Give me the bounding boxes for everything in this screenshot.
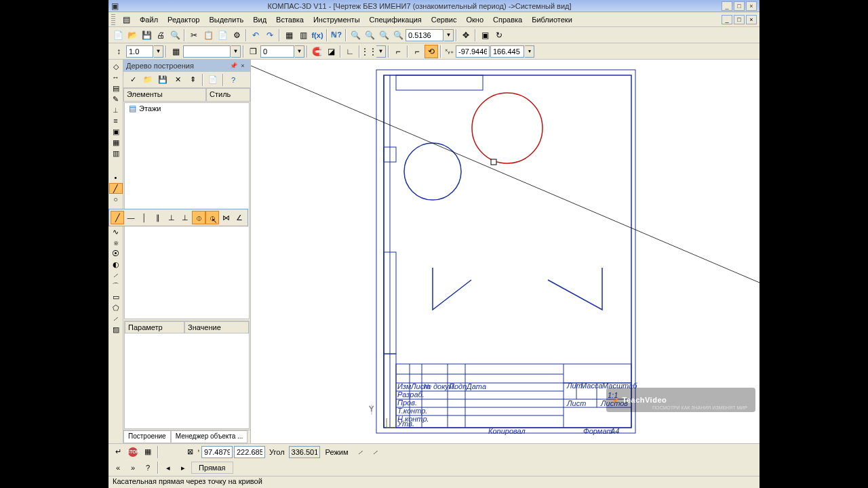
ortho2-icon[interactable]: ⌐ (410, 45, 424, 58)
pt-help-icon[interactable]: ? (226, 73, 240, 87)
snap-dropdown[interactable]: ▼ (376, 45, 386, 58)
angle-line-icon[interactable]: ∠ (233, 211, 246, 224)
bb-angle-input[interactable] (289, 446, 320, 458)
fillet-icon[interactable]: ⌒ (109, 281, 123, 291)
tab-build[interactable]: Построение (123, 430, 171, 443)
variables-icon[interactable]: ▥ (296, 28, 310, 42)
zoom-dropdown[interactable]: ▼ (444, 29, 454, 41)
zoom-out-icon[interactable]: 🔍 (377, 28, 391, 42)
measure-icon[interactable]: ≡ (109, 115, 123, 126)
point-icon[interactable]: • (109, 172, 123, 183)
scale-input[interactable] (126, 45, 153, 58)
tool-a-icon[interactable]: ⨳ (109, 237, 123, 248)
copy-icon[interactable]: 📋 (201, 28, 215, 42)
scale-dropdown[interactable]: ▼ (154, 45, 163, 58)
nav-first-icon[interactable]: « (111, 461, 125, 474)
zoom-fit-icon[interactable]: 🔍 (391, 28, 405, 42)
panel-close-icon[interactable]: × (238, 61, 248, 70)
state-icon[interactable]: ▦ (169, 45, 182, 58)
coord-y-input[interactable] (490, 45, 524, 58)
perp-icon[interactable]: ⊥ (165, 211, 178, 224)
zoom-window-icon[interactable]: 🔍 (349, 28, 362, 42)
menu-edit[interactable]: Редактор (163, 14, 204, 26)
print-icon[interactable]: 🖨 (154, 28, 167, 42)
dims-icon[interactable]: ↔ (109, 72, 123, 83)
pt-up-icon[interactable]: ⇞ (186, 73, 199, 87)
tree-item[interactable]: ▤ Этажи (125, 103, 249, 114)
nav-help-icon[interactable]: ? (141, 461, 155, 474)
snap-grid-icon[interactable]: ⋮⋮ (362, 45, 376, 58)
paste-icon[interactable]: 📄 (216, 28, 229, 42)
magnet-icon[interactable]: 🧲 (310, 45, 323, 58)
round-icon[interactable]: ⟲ (425, 45, 438, 58)
bisector-icon[interactable]: ⋈ (219, 211, 233, 224)
spec-icon[interactable]: ▦ (109, 137, 123, 148)
menu-window[interactable]: Окно (461, 14, 488, 26)
orient-icon[interactable]: ▣ (478, 28, 492, 42)
save-icon[interactable]: 💾 (140, 28, 153, 42)
layer-icon[interactable]: ❒ (246, 45, 260, 58)
doc-close-button[interactable]: × (746, 15, 757, 24)
redo-icon[interactable]: ↷ (263, 28, 277, 42)
cut-icon[interactable]: ✂ (187, 28, 201, 42)
undo-icon[interactable]: ↶ (249, 28, 262, 42)
menu-view[interactable]: Вид (248, 14, 271, 26)
geometry-icon[interactable]: ◇ (109, 61, 123, 72)
pt-folder-icon[interactable]: 📁 (141, 73, 155, 87)
poly-icon[interactable]: ⬠ (109, 302, 123, 313)
coord-dropdown[interactable]: ▾ (525, 45, 534, 58)
ortho-icon[interactable]: ∟ (343, 45, 357, 58)
doc-maximize-button[interactable]: □ (734, 15, 745, 24)
pan-icon[interactable]: ✥ (459, 28, 473, 42)
menu-service[interactable]: Сервис (427, 14, 462, 26)
hatch-icon[interactable]: ▨ (109, 324, 123, 335)
stop-icon[interactable]: STOP (126, 445, 140, 459)
properties-icon[interactable]: ⚙ (230, 28, 243, 42)
aux-line-icon[interactable]: ╱ (111, 211, 124, 224)
menu-spec[interactable]: Спецификация (365, 14, 427, 26)
rect-icon[interactable]: ▭ (109, 291, 123, 302)
pin-icon[interactable]: 📌 (229, 61, 238, 70)
apply-icon[interactable]: ↵ (111, 445, 125, 459)
state-dropdown[interactable]: ▼ (231, 45, 241, 58)
coord-mode-icon[interactable]: ⊠ (183, 445, 197, 459)
tab-manager[interactable]: Менеджер объекта ... (171, 430, 248, 443)
pt-delete-icon[interactable]: ✕ (171, 73, 184, 87)
scroll-left-icon[interactable]: ◂ (161, 461, 175, 474)
menu-libs[interactable]: Библиотеки (527, 14, 577, 26)
edit-icon[interactable]: ✎ (109, 94, 123, 104)
help-icon[interactable]: ℕ? (330, 28, 343, 42)
bb-y-input[interactable] (234, 446, 265, 458)
select-icon[interactable]: ▣ (109, 126, 123, 137)
preview-icon[interactable]: 🔍 (168, 28, 182, 42)
pt-new-icon[interactable]: 📄 (206, 73, 220, 87)
spline-icon[interactable]: ∿ (109, 226, 123, 237)
line-icon[interactable]: ╱ (109, 183, 123, 194)
chamfer-icon[interactable]: ⟋ (109, 270, 123, 281)
layer-dropdown[interactable]: ▼ (295, 45, 304, 58)
mode2-icon[interactable]: ⟋ (368, 445, 382, 459)
drawing-canvas[interactable]: Изм Лист № докум. Подп. Дата Разраб. Про… (251, 60, 760, 443)
menu-select[interactable]: Выделить (204, 14, 248, 26)
hline-icon[interactable]: — (124, 211, 138, 224)
symbols-icon[interactable]: ▤ (109, 83, 123, 94)
tangent-point-icon[interactable]: ⦶ (192, 211, 205, 224)
eraser-icon[interactable]: ◪ (324, 45, 338, 58)
menu-help[interactable]: Справка (488, 14, 527, 26)
tool-c-icon[interactable]: ◐ (109, 259, 123, 270)
fx-icon[interactable]: f(x) (311, 28, 324, 42)
coord-x-input[interactable] (456, 45, 490, 58)
scroll-right-icon[interactable]: ▸ (176, 461, 190, 474)
redraw-icon[interactable]: ↻ (492, 28, 506, 42)
command-tab[interactable]: Прямая (191, 462, 233, 474)
auto-create-icon[interactable]: ▦ (141, 445, 155, 459)
minimize-button[interactable]: _ (722, 1, 732, 11)
grid-icon[interactable]: ▦ (282, 28, 296, 42)
state-input[interactable] (183, 45, 231, 58)
pt-save-icon[interactable]: 💾 (156, 73, 170, 87)
maximize-button[interactable]: □ (734, 1, 745, 11)
layer-input[interactable] (260, 45, 294, 58)
report-icon[interactable]: ▥ (109, 148, 123, 159)
param-icon[interactable]: ⟂ (109, 104, 123, 115)
tangent-ext-icon[interactable]: ⊥ (178, 211, 192, 224)
